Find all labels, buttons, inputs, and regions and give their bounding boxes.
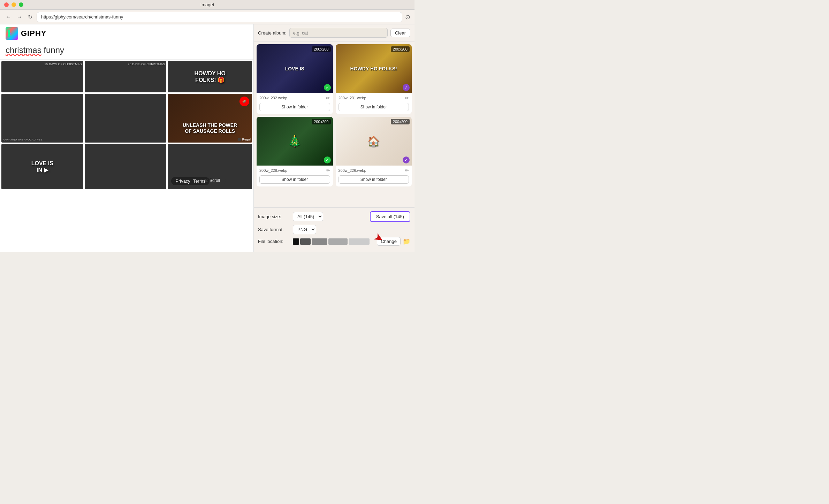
panel-check-4: ✓ [403, 156, 410, 163]
gif-item-9[interactable]: Auto Scroll Privacy Terms [168, 144, 252, 189]
panel-check-1: ✓ [324, 84, 331, 91]
webpage: GIPHY christmas funny 25 DAYS OF CHRISTM… [0, 24, 253, 252]
path-block-4 [328, 238, 348, 245]
save-format-label: Save format: [258, 227, 293, 232]
forward-button[interactable]: → [15, 13, 24, 22]
imaget-panel: Create album: Clear LOVE IS 200x200 ✓ 20… [253, 24, 414, 252]
search-text: christmas funny [6, 45, 64, 55]
privacy-link[interactable]: Privacy [175, 178, 190, 184]
panel-images-grid: LOVE IS 200x200 ✓ 200w_232.webp ✏ Show i… [254, 41, 414, 207]
panel-thumb-1: LOVE IS 200x200 ✓ [257, 44, 333, 93]
panel-size-badge-4: 200x200 [391, 119, 410, 124]
svg-rect-2 [10, 33, 11, 34]
maximize-button[interactable] [19, 2, 23, 7]
giphy-header: GIPHY christmas funny [0, 24, 253, 60]
search-term-underline: christmas [6, 45, 41, 55]
privacy-terms-overlay: Privacy Terms [171, 177, 210, 185]
folder-icon-button[interactable]: 📁 [403, 238, 410, 245]
gif-item-1[interactable]: 25 DAYS OF CHRISTMAS [1, 61, 83, 92]
gif-howdy-text: HOWDY HOFOLKS! 🎁 [193, 69, 227, 85]
save-format-row: Save format: PNG [258, 225, 410, 234]
panel-img-name-3: 200w_228.webp [259, 168, 287, 173]
panel-check-3: ✓ [324, 156, 331, 163]
close-button[interactable] [4, 2, 9, 7]
panel-image-card-3: 🎄 200x200 ✓ 200w_228.webp ✏ Show in fold… [257, 117, 333, 186]
show-in-folder-button-2[interactable]: Show in folder [339, 103, 409, 111]
panel-img-name-4: 200w_226.webp [339, 168, 366, 173]
file-path-blocks [293, 238, 377, 245]
gif-love-text: LOVE ISIN ▶ [30, 159, 55, 175]
image-size-label: Image size: [258, 214, 293, 219]
panel-thumb-4: 🏠 200x200 ✓ [336, 117, 412, 166]
path-block-5 [349, 238, 370, 245]
gif-row-2: ANNA AND THE APOCALYPSE 🥔 UNLEASH THE PO… [1, 94, 252, 143]
panel-thumb-3: 🎄 200x200 ✓ [257, 117, 333, 166]
show-in-folder-button-1[interactable]: Show in folder [259, 103, 330, 111]
address-bar[interactable] [37, 12, 402, 22]
gif-label-4: ANNA AND THE APOCALYPSE [3, 138, 43, 141]
giphy-logo-icon [6, 27, 18, 40]
panel-edit-icon-2[interactable]: ✏ [405, 95, 409, 101]
clear-button[interactable]: Clear [390, 29, 410, 37]
album-input[interactable] [289, 28, 388, 38]
panel-image-card-2: HOWDY HO FOLKS! 200x200 ✓ 200w_231.webp … [336, 44, 412, 114]
share-button[interactable]: ⊙ [405, 13, 410, 21]
panel-img-info-1: 200w_232.webp ✏ [257, 93, 333, 103]
gif-grid: 25 DAYS OF CHRISTMAS 25 DAYS OF CHRISTMA… [0, 60, 253, 192]
imaget-header: Create album: Clear [254, 24, 414, 41]
file-location-row: File location: Change 📁 [258, 237, 410, 246]
panel-edit-icon-3[interactable]: ✏ [326, 168, 330, 173]
path-block-2 [300, 238, 311, 245]
window-title: Imaget [200, 2, 214, 7]
panel-edit-icon-1[interactable]: ✏ [326, 95, 330, 101]
walkers-logo: 🥔 [239, 97, 249, 106]
terms-link[interactable]: Terms [193, 178, 205, 184]
panel-img-info-3: 200w_228.webp ✏ [257, 166, 333, 175]
back-button[interactable]: ← [4, 13, 13, 22]
svg-rect-0 [8, 30, 10, 37]
panel-thumb-2: HOWDY HO FOLKS! 200x200 ✓ [336, 44, 412, 93]
panel-edit-icon-4[interactable]: ✏ [405, 168, 409, 173]
create-album-label: Create album: [258, 30, 287, 36]
path-block-1 [293, 238, 299, 245]
panel-size-badge-1: 200x200 [312, 46, 330, 52]
gif-item-8[interactable] [85, 144, 167, 189]
panel-size-badge-2: 200x200 [391, 46, 410, 52]
panel-img-name-2: 200w_231.webp [339, 96, 366, 100]
gif-row-1: 25 DAYS OF CHRISTMAS 25 DAYS OF CHRISTMA… [1, 61, 252, 92]
minimize-button[interactable] [12, 2, 16, 7]
giphy-topbar: GIPHY [0, 24, 253, 43]
panel-image-card-4: 🏠 200x200 ✓ 200w_226.webp ✏ Show in fold… [336, 117, 412, 186]
panel-size-badge-3: 200x200 [312, 119, 330, 124]
svg-rect-3 [10, 36, 11, 37]
window-controls [4, 2, 23, 7]
file-location-label: File location: [258, 239, 293, 244]
gif-item-6[interactable]: 🥔 UNLEASH THE POWEROF SAUSAGE ROLLS ⬛ Re… [168, 94, 252, 143]
gif-item-7[interactable]: LOVE ISIN ▶ [1, 144, 83, 189]
titlebar: Imaget [0, 0, 414, 10]
refresh-button[interactable]: ↻ [26, 12, 34, 22]
path-block-3 [312, 238, 327, 245]
panel-img-info-4: 200w_226.webp ✏ [336, 166, 412, 175]
giphy-logo-text: GIPHY [21, 29, 46, 38]
gif-item-4[interactable]: ANNA AND THE APOCALYPSE [1, 94, 83, 143]
panel-bottom: Image size: All (145) Save all (145) Sav… [254, 207, 414, 252]
gif-watermark-6: ⬛ Regal [237, 138, 251, 141]
browser-chrome: ← → ↻ ⊙ [0, 10, 414, 24]
show-in-folder-button-4[interactable]: Show in folder [339, 175, 409, 184]
gif-item-5[interactable] [85, 94, 167, 143]
panel-image-card-1: LOVE IS 200x200 ✓ 200w_232.webp ✏ Show i… [257, 44, 333, 114]
main-content: GIPHY christmas funny 25 DAYS OF CHRISTM… [0, 24, 414, 252]
search-overlay: christmas funny [0, 43, 253, 60]
save-all-button[interactable]: Save all (145) [370, 211, 410, 222]
gif-item-3[interactable]: HOWDY HOFOLKS! 🎁 [168, 61, 252, 92]
show-in-folder-button-3[interactable]: Show in folder [259, 175, 330, 184]
gif-item-2[interactable]: 25 DAYS OF CHRISTMAS [85, 61, 167, 92]
gif-row-3: LOVE ISIN ▶ Auto Scroll Privacy Terms [1, 144, 252, 189]
svg-rect-1 [10, 30, 11, 31]
change-button[interactable]: Change [377, 237, 401, 246]
gif-walkers-text: UNLEASH THE POWEROF SAUSAGE ROLLS [181, 121, 238, 136]
format-select[interactable]: PNG [293, 225, 316, 234]
giphy-logo: GIPHY [6, 27, 46, 40]
image-size-select[interactable]: All (145) [293, 212, 323, 221]
